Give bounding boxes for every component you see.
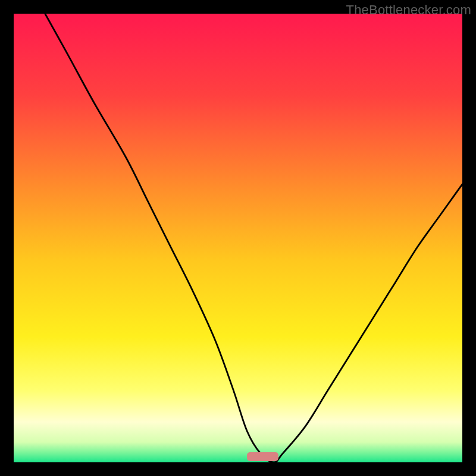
optimal-marker xyxy=(247,452,278,461)
watermark-text: TheBottlenecker.com xyxy=(346,2,471,18)
plot-area xyxy=(14,14,462,462)
chart-frame: TheBottlenecker.com xyxy=(0,0,476,476)
chart-svg xyxy=(14,14,462,462)
gradient-background xyxy=(14,14,462,462)
